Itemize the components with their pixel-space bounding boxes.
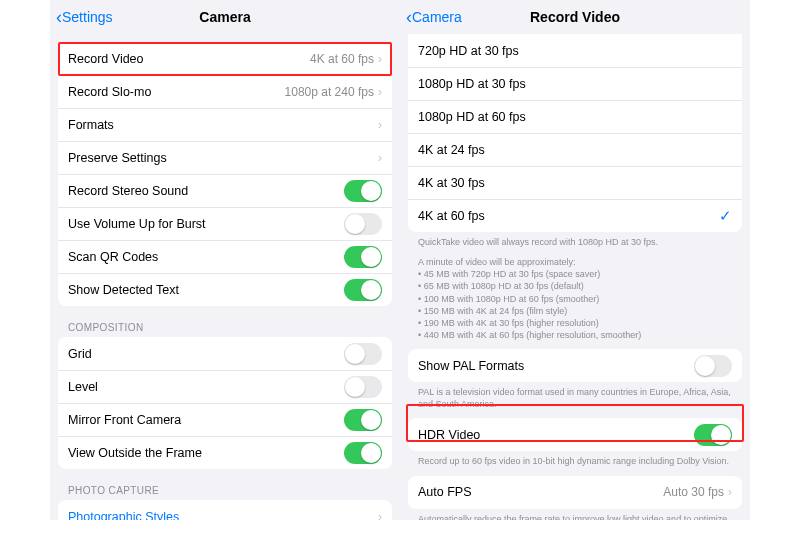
settings-toggle-row[interactable]: Level xyxy=(58,370,392,403)
row-value: 1080p at 240 fps xyxy=(285,85,374,99)
settings-toggle-row[interactable]: Scan QR Codes xyxy=(58,240,392,273)
back-button[interactable]: ‹ Settings xyxy=(56,9,113,25)
row-label: 4K at 24 fps xyxy=(418,143,732,157)
section-header-photo-capture: PHOTO CAPTURE xyxy=(50,469,400,500)
row-label: 720p HD at 30 fps xyxy=(418,44,732,58)
settings-toggle-row[interactable]: Show Detected Text xyxy=(58,273,392,306)
page-title: Camera xyxy=(199,9,250,25)
toggle[interactable] xyxy=(344,409,382,431)
filesize-lead: A minute of video will be approximately: xyxy=(418,256,732,268)
row-label: Show PAL Formats xyxy=(418,359,694,373)
settings-toggle-row[interactable]: Grid xyxy=(58,337,392,370)
filesize-footer: A minute of video will be approximately:… xyxy=(400,248,750,341)
chevron-right-icon: › xyxy=(378,118,382,132)
row-label: 1080p HD at 60 fps xyxy=(418,110,732,124)
row-label: HDR Video xyxy=(418,428,694,442)
filesize-item: 65 MB with 1080p HD at 30 fps (default) xyxy=(418,280,732,292)
filesize-list: 45 MB with 720p HD at 30 fps (space save… xyxy=(418,268,732,341)
hdr-video-toggle[interactable] xyxy=(694,424,732,446)
toggle[interactable] xyxy=(344,279,382,301)
row-label: 4K at 30 fps xyxy=(418,176,732,190)
camera-settings-screen: ‹ Settings Camera Record Video4K at 60 f… xyxy=(50,0,400,520)
settings-toggle-row[interactable]: View Outside the Frame xyxy=(58,436,392,469)
row-label: Show Detected Text xyxy=(68,283,344,297)
row-label: Auto FPS xyxy=(418,485,663,499)
chevron-right-icon: › xyxy=(378,85,382,99)
row-label: 1080p HD at 30 fps xyxy=(418,77,732,91)
row-value: 4K at 60 fps xyxy=(310,52,374,66)
row-label: Level xyxy=(68,380,344,394)
toggle[interactable] xyxy=(344,246,382,268)
autofps-group: Auto FPS Auto 30 fps › xyxy=(408,476,742,509)
record-video-screen: ‹ Camera Record Video 720p HD at 30 fps1… xyxy=(400,0,750,520)
resolution-option[interactable]: 4K at 60 fps✓ xyxy=(408,199,742,232)
row-label: View Outside the Frame xyxy=(68,446,344,460)
show-pal-formats-row[interactable]: Show PAL Formats xyxy=(408,349,742,382)
settings-row[interactable]: Formats› xyxy=(58,108,392,141)
resolution-option[interactable]: 4K at 30 fps xyxy=(408,166,742,199)
pal-group: Show PAL Formats xyxy=(408,349,742,382)
row-label: 4K at 60 fps xyxy=(418,209,719,223)
resolution-option[interactable]: 1080p HD at 60 fps xyxy=(408,100,742,133)
pal-footer: PAL is a television video format used in… xyxy=(400,382,750,410)
back-label: Settings xyxy=(62,9,113,25)
section-header-composition: COMPOSITION xyxy=(50,306,400,337)
hdr-video-row[interactable]: HDR Video xyxy=(408,418,742,451)
row-label: Mirror Front Camera xyxy=(68,413,344,427)
resolution-option[interactable]: 4K at 24 fps xyxy=(408,133,742,166)
row-label: Use Volume Up for Burst xyxy=(68,217,344,231)
filesize-item: 45 MB with 720p HD at 30 fps (space save… xyxy=(418,268,732,280)
row-label: Formats xyxy=(68,118,378,132)
back-button[interactable]: ‹ Camera xyxy=(406,9,462,25)
row-label: Record Video xyxy=(68,52,310,66)
quicktake-footer: QuickTake video will always record with … xyxy=(400,232,750,248)
row-label: Photographic Styles xyxy=(68,510,378,521)
chevron-right-icon: › xyxy=(378,151,382,165)
auto-fps-row[interactable]: Auto FPS Auto 30 fps › xyxy=(408,476,742,509)
hdr-footer: Record up to 60 fps video in 10-bit high… xyxy=(400,451,750,467)
navbar: ‹ Settings Camera xyxy=(50,0,400,34)
chevron-right-icon: › xyxy=(378,510,382,521)
show-pal-formats-toggle[interactable] xyxy=(694,355,732,377)
toggle[interactable] xyxy=(344,376,382,398)
filesize-item: 440 MB with 4K at 60 fps (higher resolut… xyxy=(418,329,732,341)
row-label: Scan QR Codes xyxy=(68,250,344,264)
back-label: Camera xyxy=(412,9,462,25)
page-title: Record Video xyxy=(530,9,620,25)
recording-group: Record Video4K at 60 fps›Record Slo-mo10… xyxy=(58,42,392,306)
settings-row[interactable]: Preserve Settings› xyxy=(58,141,392,174)
settings-row[interactable]: Record Slo-mo1080p at 240 fps› xyxy=(58,75,392,108)
checkmark-icon: ✓ xyxy=(719,207,732,225)
toggle[interactable] xyxy=(344,213,382,235)
row-label: Record Stereo Sound xyxy=(68,184,344,198)
autofps-footer: Automatically reduce the frame rate to i… xyxy=(400,509,750,520)
toggle[interactable] xyxy=(344,442,382,464)
photo-capture-group: Photographic Styles › xyxy=(58,500,392,520)
chevron-right-icon: › xyxy=(728,485,732,499)
toggle[interactable] xyxy=(344,343,382,365)
row-value: Auto 30 fps xyxy=(663,485,724,499)
composition-group: GridLevelMirror Front CameraView Outside… xyxy=(58,337,392,469)
row-label: Grid xyxy=(68,347,344,361)
filesize-item: 190 MB with 4K at 30 fps (higher resolut… xyxy=(418,317,732,329)
resolution-options-group: 720p HD at 30 fps1080p HD at 30 fps1080p… xyxy=(408,34,742,232)
resolution-option[interactable]: 720p HD at 30 fps xyxy=(408,34,742,67)
settings-toggle-row[interactable]: Mirror Front Camera xyxy=(58,403,392,436)
photographic-styles-row[interactable]: Photographic Styles › xyxy=(58,500,392,520)
settings-toggle-row[interactable]: Record Stereo Sound xyxy=(58,174,392,207)
filesize-item: 100 MB with 1080p HD at 60 fps (smoother… xyxy=(418,293,732,305)
row-label: Preserve Settings xyxy=(68,151,378,165)
row-label: Record Slo-mo xyxy=(68,85,285,99)
hdr-group: HDR Video xyxy=(408,418,742,451)
filesize-item: 150 MB with 4K at 24 fps (film style) xyxy=(418,305,732,317)
settings-toggle-row[interactable]: Use Volume Up for Burst xyxy=(58,207,392,240)
resolution-option[interactable]: 1080p HD at 30 fps xyxy=(408,67,742,100)
chevron-right-icon: › xyxy=(378,52,382,66)
navbar: ‹ Camera Record Video xyxy=(400,0,750,34)
settings-row[interactable]: Record Video4K at 60 fps› xyxy=(58,42,392,75)
toggle[interactable] xyxy=(344,180,382,202)
